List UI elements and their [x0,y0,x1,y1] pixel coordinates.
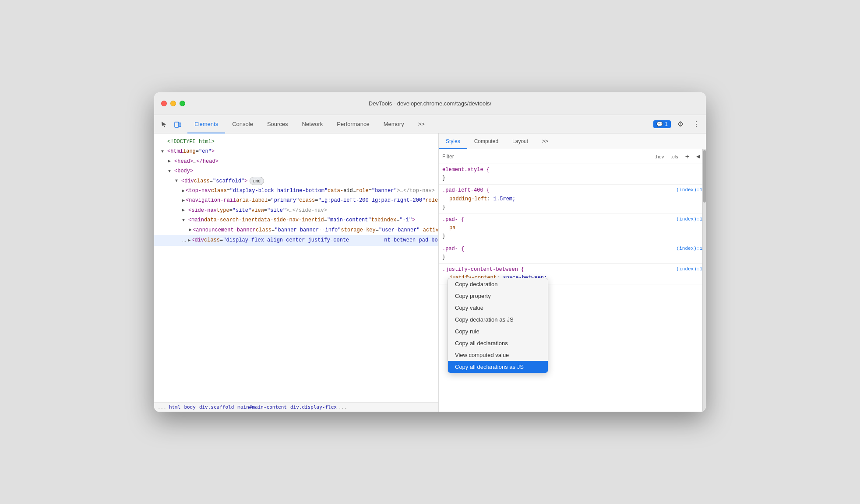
expand-head[interactable]: ▶ [168,158,173,165]
dom-line: ▼ <html lang="en"> [154,147,438,156]
devtools-tabs: Elements Console Sources Network Perform… [187,115,653,133]
triangle-placeholder [161,138,166,146]
breadcrumb-html[interactable]: html [169,404,181,410]
toggle-sidebar-icon[interactable]: ◀ [694,153,702,160]
tab-computed[interactable]: Computed [467,134,505,149]
expand-sidenav[interactable]: ▶ [182,206,187,214]
breadcrumb-more-right[interactable]: ... [338,404,347,410]
devtools-toolbar: Elements Console Sources Network Perform… [154,115,706,133]
expand-divflex[interactable]: ▶ [188,237,190,244]
styles-filter-bar: :hov .cls + ◀ [439,149,706,164]
settings-icon[interactable]: ⚙ [674,118,687,130]
toolbar-icons [158,118,184,130]
cursor-icon[interactable] [158,118,170,130]
dom-line: ▼ <div class="scaffold"> grid [154,176,438,186]
scrollbar-thumb[interactable] [703,150,706,203]
context-menu-copy-declaration-js[interactable]: Copy declaration as JS [448,314,548,326]
styles-panel: Styles Computed Layout >> :hov .cls + [439,133,706,412]
style-rule-element: element.style { } [439,164,706,185]
dom-content[interactable]: <!DOCTYPE html> ▼ <html lang="en"> ▶ <he… [154,133,438,402]
close-button[interactable] [161,101,167,106]
grid-badge: grid [250,177,264,185]
tab-memory[interactable]: Memory [377,116,411,133]
tab-layout[interactable]: Layout [505,134,535,149]
rule-source-pad1[interactable]: (index):1 [677,216,702,224]
dom-line: ▶ <announcement-banner class="banner ban… [154,225,438,235]
context-menu-view-computed-value[interactable]: View computed value [448,349,548,361]
rule-source-justify[interactable]: (index):1 [677,266,702,273]
tab-more[interactable]: >> [411,116,432,133]
device-toggle-icon[interactable] [172,118,184,130]
expand-body[interactable]: ▼ [168,168,173,175]
dom-line: ▶ <top-nav class="display-block hairline… [154,186,438,196]
tab-more-styles[interactable]: >> [535,134,555,149]
traffic-lights [161,101,185,106]
tab-console[interactable]: Console [225,116,260,133]
dom-line: ▼ <body> [154,166,438,176]
context-menu: Copy declaration Copy property Copy valu… [448,278,548,373]
dom-line: <!DOCTYPE html> [154,137,438,147]
expand-html[interactable]: ▼ [161,148,166,155]
window-title: DevTools - developer.chrome.com/tags/dev… [369,100,491,107]
expand-scaffold[interactable]: ▼ [175,177,180,185]
devtools-window: DevTools - developer.chrome.com/tags/dev… [154,92,706,412]
dom-panel: <!DOCTYPE html> ▼ <html lang="en"> ▶ <he… [154,133,439,412]
rule-source-padleft400[interactable]: (index):1 [677,186,702,194]
breadcrumb-divflex[interactable]: div.display-flex [290,404,337,410]
rule-source-pad2[interactable]: (index):1 [677,245,702,253]
hov-button[interactable]: :hov [652,153,666,160]
expand-topnav[interactable]: ▶ [182,187,185,195]
scrollbar-track[interactable] [702,149,706,412]
three-dots-left: ... [182,236,186,245]
devtools-main: <!DOCTYPE html> ▼ <html lang="en"> ▶ <he… [154,133,706,412]
context-menu-copy-value[interactable]: Copy value [448,302,548,314]
tab-network[interactable]: Network [295,116,330,133]
svg-rect-0 [175,122,179,127]
context-menu-copy-rule[interactable]: Copy rule [448,326,548,337]
tab-elements[interactable]: Elements [187,116,225,133]
expand-main[interactable]: ▼ [182,217,187,224]
context-menu-copy-property[interactable]: Copy property [448,290,548,302]
dom-line: ▼ <main data-search-inert data-side-nav-… [154,215,438,225]
styles-tabs: Styles Computed Layout >> [439,133,706,149]
breadcrumb-body[interactable]: body [184,404,196,410]
style-rule-pad1: (index):1 .pad- { pa } [439,214,706,243]
more-options-icon[interactable]: ⋮ [690,118,702,130]
toolbar-right: 💬 1 ⚙ ⋮ [653,118,702,130]
dom-breadcrumb: ... html body div.scaffold main#main-con… [154,402,438,412]
tab-styles[interactable]: Styles [439,134,467,149]
breadcrumb-scaffold[interactable]: div.scaffold [199,404,234,410]
maximize-button[interactable] [180,101,185,106]
minimize-button[interactable] [170,101,176,106]
context-menu-copy-all-declarations-js[interactable]: Copy all declarations as JS [448,361,548,373]
tab-sources[interactable]: Sources [260,116,295,133]
filter-input[interactable] [442,154,649,160]
style-rule-pad2: (index):1 .pad- { } [439,243,706,264]
context-menu-copy-declaration[interactable]: Copy declaration [448,278,548,290]
style-rule-padleft400: (index):1 .pad-left-400 { padding-left: … [439,185,706,214]
expand-banner[interactable]: ▶ [189,226,192,234]
breadcrumb-main[interactable]: main#main-content [237,404,287,410]
notification-badge[interactable]: 💬 1 [653,120,671,128]
breadcrumb-more-left[interactable]: ... [158,404,166,410]
styles-toolbar-btns: :hov .cls + ◀ [652,152,702,161]
dom-line-selected[interactable]: ... ▶ <div class="display-flex align-cen… [154,235,438,246]
dom-line: ▶ <head>…</head> [154,157,438,166]
expand-navrail[interactable]: ▶ [182,197,185,204]
cls-button[interactable]: .cls [668,153,681,160]
svg-rect-1 [179,123,181,126]
tab-performance[interactable]: Performance [330,116,376,133]
add-style-button[interactable]: + [683,152,692,161]
dom-line: ▶ <side-nav type="site" view="site">…</s… [154,206,438,215]
title-bar: DevTools - developer.chrome.com/tags/dev… [154,92,706,115]
context-menu-copy-all-declarations[interactable]: Copy all declarations [448,337,548,349]
dom-line: ▶ <navigation-rail aria-label="primary" … [154,196,438,205]
